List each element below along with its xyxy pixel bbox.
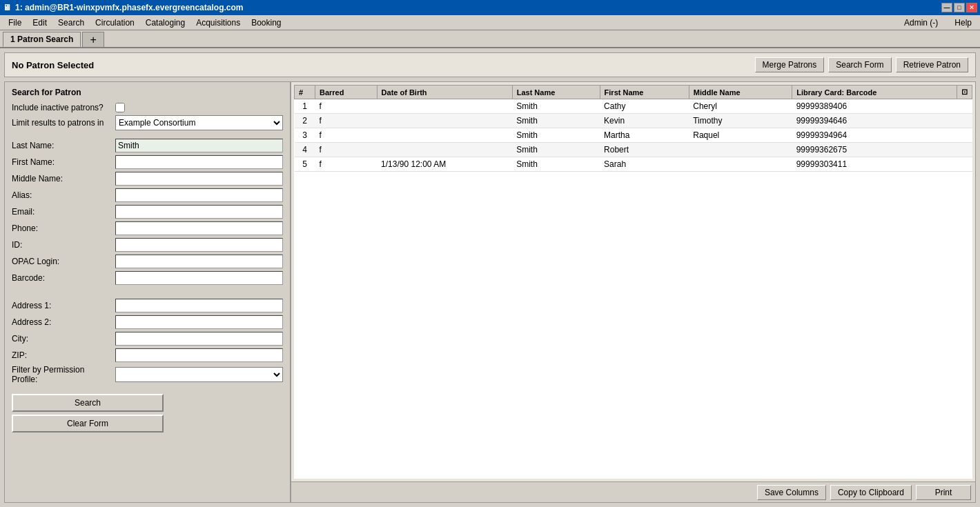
opac-login-input[interactable] (115, 255, 283, 268)
table-row[interactable]: 2 f Smith Kevin Timothy 99999394646 (295, 114, 972, 128)
last-name-input[interactable] (115, 139, 283, 152)
col-header-dob: Date of Birth (377, 86, 512, 99)
cell-barred: f (315, 157, 378, 172)
middle-name-row: Middle Name: (12, 172, 283, 186)
merge-patrons-button[interactable]: Merge Patrons (755, 57, 825, 72)
limit-results-label: Limit results to patrons in (12, 118, 115, 128)
filter-select[interactable] (115, 367, 283, 382)
cell-dob (377, 143, 512, 157)
table-row[interactable]: 3 f Smith Martha Raquel 99999394964 (295, 128, 972, 143)
menu-cataloging[interactable]: Cataloging (140, 17, 190, 29)
id-row: ID: (12, 238, 283, 252)
table-row[interactable]: 5 f 1/13/90 12:00 AM Smith Sarah 9999930… (295, 157, 972, 172)
retrieve-patron-button[interactable]: Retrieve Patron (896, 57, 968, 72)
cell-dob (377, 128, 512, 143)
barcode-input[interactable] (115, 271, 283, 285)
cell-dob: 1/13/90 12:00 AM (377, 157, 512, 172)
tab-add[interactable]: + (82, 32, 104, 47)
results-tbody: 1 f Smith Cathy Cheryl 99999389406 2 f S… (295, 99, 972, 172)
maximize-button[interactable]: □ (954, 3, 965, 12)
alias-input[interactable] (115, 188, 283, 202)
email-input[interactable] (115, 205, 283, 219)
menu-bar: File Edit Search Circulation Cataloging … (0, 15, 980, 30)
results-panel: # Barred Date of Birth Last Name First N… (291, 82, 975, 502)
table-row[interactable]: 4 f Smith Robert 99999362675 (295, 143, 972, 157)
menu-booking[interactable]: Booking (246, 17, 286, 29)
search-button[interactable]: Search (12, 394, 164, 412)
menu-acquisitions[interactable]: Acquisitions (190, 17, 246, 29)
table-row[interactable]: 1 f Smith Cathy Cheryl 99999389406 (295, 99, 972, 114)
first-name-label: First Name: (12, 157, 115, 167)
address2-row: Address 2: (12, 315, 283, 329)
cell-lastname: Smith (512, 143, 600, 157)
search-form-button[interactable]: Search Form (828, 57, 891, 72)
close-button[interactable]: ✕ (966, 3, 977, 12)
phone-input[interactable] (115, 221, 283, 235)
cell-num: 4 (295, 143, 315, 157)
menu-edit[interactable]: Edit (27, 17, 52, 29)
first-name-row: First Name: (12, 155, 283, 169)
address2-input[interactable] (115, 315, 283, 329)
tab-patron-search[interactable]: 1 Patron Search (3, 32, 81, 47)
include-inactive-checkbox[interactable] (115, 103, 125, 112)
menu-admin[interactable]: Admin (-) (899, 17, 943, 29)
cell-firstname: Cathy (600, 99, 689, 114)
include-inactive-label: Include inactive patrons? (12, 103, 115, 112)
cell-barred: f (315, 143, 378, 157)
minimize-button[interactable]: — (941, 3, 952, 12)
consortium-select[interactable]: Example Consortium (115, 115, 283, 130)
cell-firstname: Sarah (600, 157, 689, 172)
zip-row: ZIP: (12, 348, 283, 362)
address1-input[interactable] (115, 299, 283, 312)
results-table-container[interactable]: # Barred Date of Birth Last Name First N… (294, 85, 972, 479)
last-name-label: Last Name: (12, 141, 115, 150)
cell-barcode: 99999394964 (792, 128, 957, 143)
print-button[interactable]: Print (916, 485, 971, 500)
city-input[interactable] (115, 332, 283, 346)
cell-barcode: 99999362675 (792, 143, 957, 157)
cell-barcode: 99999303411 (792, 157, 957, 172)
cell-firstname: Kevin (600, 114, 689, 128)
zip-input[interactable] (115, 348, 283, 362)
search-form-title: Search for Patron (12, 88, 283, 97)
first-name-input[interactable] (115, 155, 283, 169)
title-bar: 🖥 1: admin@BR1-winxpvmfx.phasefx.evergre… (0, 0, 980, 15)
cell-middlename (689, 157, 792, 172)
cell-num: 5 (295, 157, 315, 172)
cell-expand (957, 99, 972, 114)
city-row: City: (12, 332, 283, 346)
cell-middlename: Raquel (689, 128, 792, 143)
cell-barcode: 99999389406 (792, 99, 957, 114)
barcode-row: Barcode: (12, 271, 283, 285)
zip-label: ZIP: (12, 350, 115, 360)
clear-form-button[interactable]: Clear Form (12, 415, 164, 433)
col-header-barcode: Library Card: Barcode (792, 86, 957, 99)
tab-bar: 1 Patron Search + (0, 30, 980, 48)
id-input[interactable] (115, 238, 283, 252)
cell-barcode: 99999394646 (792, 114, 957, 128)
copy-clipboard-button[interactable]: Copy to Clipboard (830, 485, 912, 500)
address1-row: Address 1: (12, 299, 283, 312)
menu-help[interactable]: Help (949, 17, 977, 29)
col-expand-icon[interactable]: ⊡ (957, 86, 972, 99)
patron-selected-label: No Patron Selected (12, 60, 94, 70)
menu-circulation[interactable]: Circulation (90, 17, 140, 29)
menu-search[interactable]: Search (52, 17, 90, 29)
cell-firstname: Robert (600, 143, 689, 157)
results-table: # Barred Date of Birth Last Name First N… (294, 85, 972, 172)
opac-login-label: OPAC Login: (12, 257, 115, 266)
col-header-num: # (295, 86, 315, 99)
col-header-lastname: Last Name (512, 86, 600, 99)
menu-file[interactable]: File (3, 17, 27, 29)
form-buttons: Search Clear Form (12, 394, 283, 433)
middle-name-input[interactable] (115, 172, 283, 186)
cell-num: 1 (295, 99, 315, 114)
include-inactive-row: Include inactive patrons? (12, 103, 283, 112)
col-header-barred: Barred (315, 86, 378, 99)
save-columns-button[interactable]: Save Columns (757, 485, 826, 500)
search-panel: Search for Patron Include inactive patro… (5, 82, 291, 502)
cell-expand (957, 114, 972, 128)
filter-label: Filter by Permission Profile: (12, 365, 115, 384)
id-label: ID: (12, 240, 115, 250)
top-bar: No Patron Selected Merge Patrons Search … (4, 52, 976, 77)
